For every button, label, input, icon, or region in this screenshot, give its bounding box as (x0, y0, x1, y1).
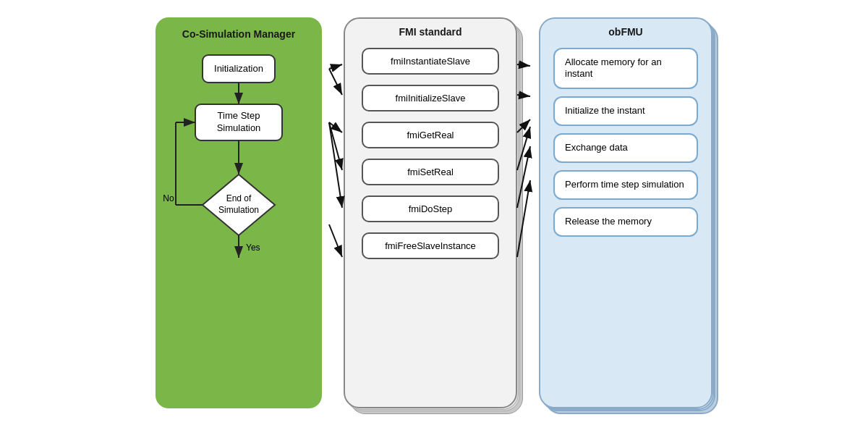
cosim-column: Co-Simulation Manager Initialization Tim… (156, 17, 322, 408)
fmi-title: FMI standard (399, 26, 461, 38)
svg-text:Simulation: Simulation (218, 205, 259, 215)
fmi-box-0: fmiInstantiateSlave (362, 48, 499, 75)
obfmu-box-3: Perform time step simulation (553, 170, 698, 200)
fmi-box-3: fmiSetReal (362, 159, 499, 185)
obfmu-box-1: Initialize the instant (553, 96, 698, 126)
fmi-box-2: fmiGetReal (362, 122, 499, 148)
obfmu-box-0: Allocate memory for an instant (553, 48, 698, 90)
svg-text:Yes: Yes (246, 243, 260, 253)
obfmu-box-2: Exchange data (553, 133, 698, 163)
obfmu-front: obFMU Allocate memory for an instant Ini… (539, 17, 712, 408)
cosim-title: Co-Simulation Manager (182, 28, 295, 40)
fmi-box-5: fmiFreeSlaveInstance (362, 232, 499, 259)
obfmu-title: obFMU (608, 26, 642, 38)
init-label: Initialization (214, 63, 263, 74)
fmi-box-1: fmiInitializeSlave (362, 85, 499, 111)
fmi-column: FMI standard fmiInstantiateSlave fmiInit… (344, 17, 517, 408)
fmi-front: FMI standard fmiInstantiateSlave fmiInit… (344, 17, 517, 408)
svg-text:No: No (163, 193, 174, 203)
obfmu-column: obFMU Allocate memory for an instant Ini… (539, 17, 712, 408)
svg-text:Time Step: Time Step (218, 110, 260, 121)
cosim-flowchart-svg: Initialization Time Step Simulation End … (163, 48, 315, 395)
diagram-container: Co-Simulation Manager Initialization Tim… (0, 0, 868, 425)
fmi-box-4: fmiDoStep (362, 195, 499, 222)
svg-text:End of: End of (226, 193, 252, 203)
obfmu-box-4: Release the memory (553, 207, 698, 237)
svg-text:Simulation: Simulation (217, 122, 261, 133)
